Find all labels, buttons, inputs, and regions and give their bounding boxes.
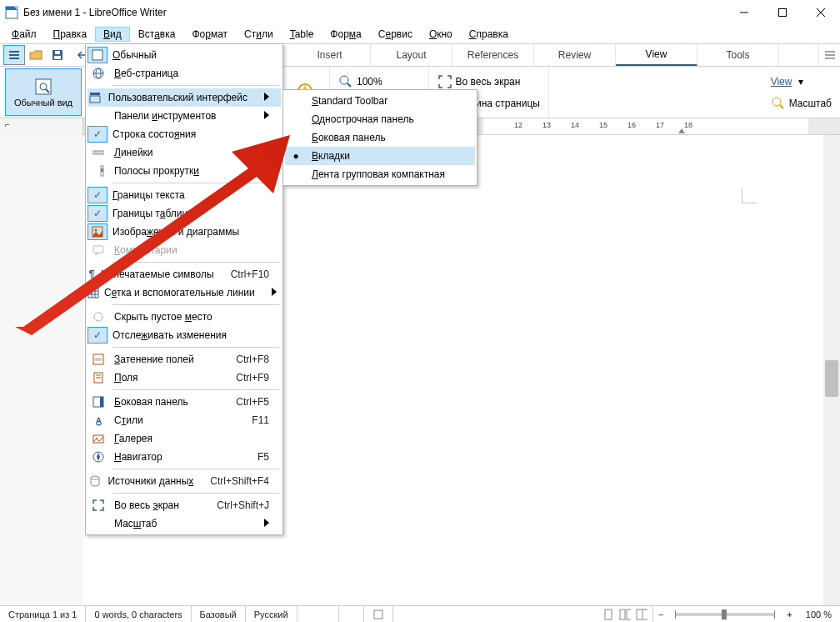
submenu-groupedbar-compact[interactable]: Лента групповая компактная (285, 165, 475, 183)
menu-item-fields[interactable]: ПоляCtrl+F9 (88, 369, 281, 387)
menu-table[interactable]: Table (282, 27, 322, 42)
status-language[interactable]: Русский (246, 606, 298, 622)
normal-view-icon (88, 47, 108, 63)
menu-item-gallery[interactable]: Галерея (88, 429, 281, 448)
multi-page-icon[interactable] (619, 609, 631, 620)
menu-item-normal[interactable]: Обычный (88, 46, 281, 64)
image-icon (88, 223, 108, 240)
comment-icon (88, 241, 109, 259)
tab-view[interactable]: View (616, 44, 698, 66)
status-selection-mode[interactable] (339, 606, 364, 622)
database-icon (88, 472, 102, 490)
ribbon-zoom-100[interactable]: 100% (338, 73, 420, 91)
svg-rect-54 (88, 288, 98, 298)
check-icon: ✓ (88, 187, 108, 203)
window-title: Без имени 1 - LibreOffice Writer (23, 7, 725, 18)
maximize-button[interactable] (763, 0, 802, 25)
scrollbar-icon (88, 162, 109, 180)
menu-format[interactable]: Формат (183, 27, 236, 42)
menu-item-navigator[interactable]: НавигаторF5 (88, 448, 281, 466)
svg-rect-50 (101, 168, 103, 172)
svg-rect-66 (100, 397, 103, 407)
menu-help[interactable]: Справка (461, 27, 517, 42)
zoom-icon (338, 74, 353, 89)
signature-icon (372, 609, 384, 620)
menu-window[interactable]: Окно (421, 27, 461, 42)
menu-item-sidebar[interactable]: Боковая панельCtrl+F5 (88, 393, 281, 411)
zoom-in-button[interactable]: + (782, 609, 797, 619)
zoom-icon (771, 96, 786, 111)
submenu-standard-toolbar[interactable]: Standard Toolbar (285, 92, 475, 110)
close-button[interactable] (802, 0, 840, 25)
status-zoom[interactable]: 100 % (798, 606, 840, 622)
statusbar: Страница 1 из 1 0 words, 0 characters Ба… (0, 605, 840, 622)
nb-overflow-button[interactable] (818, 44, 840, 66)
tab-tools[interactable]: Tools (698, 44, 779, 66)
menu-insert[interactable]: Вставка (130, 27, 184, 42)
menu-item-images-charts[interactable]: Изображения и диаграммы (88, 223, 281, 241)
menu-item-scrollbars[interactable]: Полосы прокрутки (88, 162, 281, 180)
menu-item-formatting-marks[interactable]: ¶Непечатаемые символыCtrl+F10 (88, 265, 281, 283)
ribbon-zoom-dropdown[interactable]: Масштаб (771, 94, 832, 113)
menu-view[interactable]: Вид (95, 27, 130, 42)
grid-icon (88, 283, 99, 302)
menu-item-comments: Комментарии (88, 241, 281, 259)
menu-item-rulers[interactable]: Линейки (88, 143, 281, 162)
menubar: Файл Правка Вид Вставка Формат Стили Tab… (0, 25, 840, 43)
menu-item-datasources[interactable]: Источники данныхCtrl+Shift+F4 (88, 472, 281, 490)
svg-point-52 (95, 229, 98, 232)
menu-item-table-boundaries[interactable]: ✓Границы таблиц (88, 204, 281, 223)
menu-tools[interactable]: Сервис (370, 27, 421, 42)
tab-layout[interactable]: Layout (371, 44, 452, 66)
svg-rect-61 (95, 358, 102, 361)
menu-item-styles[interactable]: A̲СтилиF11 (88, 411, 281, 429)
menu-form[interactable]: Форма (322, 27, 369, 42)
nb-open-button[interactable] (25, 45, 47, 65)
menu-item-user-interface[interactable]: Пользовательский интерфейс (88, 88, 281, 107)
svg-line-26 (348, 83, 351, 87)
status-style[interactable]: Базовый (192, 606, 246, 622)
status-words[interactable]: 0 words, 0 characters (86, 606, 191, 622)
menu-file[interactable]: Файл (3, 27, 45, 42)
tab-review[interactable]: Review (534, 44, 616, 66)
single-page-icon[interactable] (602, 609, 614, 620)
ribbon-view-dropdown[interactable]: View ▾ (771, 73, 832, 91)
svg-rect-11 (55, 51, 60, 54)
svg-rect-35 (620, 609, 625, 619)
tab-stop-marker[interactable] (678, 128, 685, 133)
menu-item-hide-whitespace[interactable]: Скрыть пустое место (88, 308, 281, 326)
zoom-out-button[interactable]: − (653, 609, 668, 619)
vertical-scrollbar[interactable] (823, 135, 840, 605)
status-page[interactable]: Страница 1 из 1 (0, 606, 86, 622)
tab-references[interactable]: References (452, 44, 534, 66)
minimize-button[interactable] (725, 0, 763, 25)
tab-insert[interactable]: Insert (289, 44, 371, 66)
menu-item-toolbars[interactable]: Панели инструментов (88, 107, 281, 125)
svg-point-59 (94, 313, 102, 321)
menu-item-statusbar[interactable]: ✓Строка состояния (88, 125, 281, 143)
status-signature[interactable] (364, 606, 393, 622)
check-icon: ✓ (88, 327, 108, 344)
submenu-sidebar[interactable]: Боковая панель (285, 128, 475, 147)
submenu-single-toolbar[interactable]: Однострочная панель (285, 110, 475, 128)
ribbon-full-screen[interactable]: Во весь экран (438, 73, 540, 91)
menu-styles[interactable]: Стили (236, 27, 282, 42)
nb-menubar-button[interactable] (3, 45, 25, 65)
menu-item-web[interactable]: Веб-страница (88, 64, 281, 83)
ribbon-normal-view[interactable]: Обычный вид (5, 68, 82, 116)
sidebar-icon (88, 393, 109, 411)
svg-point-31 (772, 98, 781, 106)
menu-item-zoom[interactable]: Масштаб (88, 514, 281, 533)
zoom-slider[interactable] (675, 613, 775, 616)
status-insert-mode[interactable] (298, 606, 339, 622)
submenu-tabs[interactable]: ●Вкладки (285, 147, 475, 165)
menu-item-grid[interactable]: Сетка и вспомогательные линии (88, 283, 281, 302)
menu-item-field-shading[interactable]: Затенение полейCtrl+F8 (88, 350, 281, 369)
menu-item-fullscreen[interactable]: Во весь экранCtrl+Shift+J (88, 496, 281, 514)
nb-save-button[interactable] (47, 45, 68, 65)
menu-item-track-changes[interactable]: ✓Отслеживать изменения (88, 326, 281, 344)
menu-edit[interactable]: Правка (45, 27, 96, 42)
menu-item-text-boundaries[interactable]: ✓Границы текста (88, 186, 281, 204)
book-view-icon[interactable] (636, 609, 648, 620)
svg-rect-3 (779, 9, 787, 17)
